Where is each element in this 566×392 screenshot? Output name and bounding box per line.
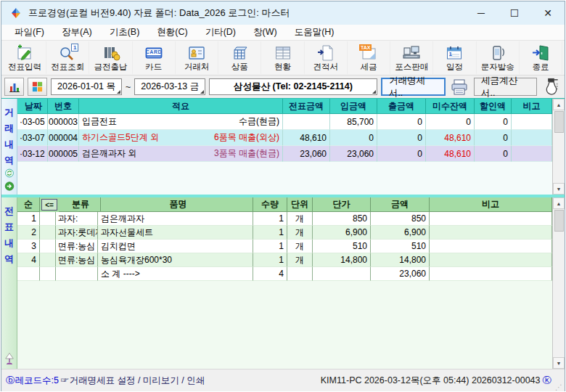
product-icon bbox=[229, 44, 250, 62]
list-item[interactable]: 1 과자: 검은깨과자 1 개 850 850 bbox=[17, 212, 552, 226]
minimize-button[interactable]: ─ bbox=[464, 1, 498, 25]
windows-button[interactable] bbox=[28, 78, 47, 96]
voucher-items-table: 순 <= 분류 품명 수량 단위 단가 금액 비고 1 과자: 검은깨과자 1 … bbox=[17, 197, 552, 369]
col-discount[interactable]: 할인액 bbox=[475, 99, 512, 114]
menu-help[interactable]: 도움말(H) bbox=[286, 26, 343, 38]
toolbar-sms[interactable]: 문자발송 bbox=[477, 41, 520, 74]
col-deposit[interactable]: 입금액 bbox=[330, 99, 377, 114]
cell-category: 면류:농심 bbox=[56, 240, 98, 253]
cell-unit: 개 bbox=[287, 253, 313, 267]
list-item[interactable]: 2 과자:롯데제과 과자선물세트 1 개 6,900 6,900 bbox=[17, 226, 552, 240]
scroll-down-icon[interactable]: ▼ bbox=[553, 183, 565, 195]
scroll-up-icon[interactable]: ▲ bbox=[553, 99, 565, 110]
col-date[interactable]: 날짜 bbox=[17, 99, 48, 114]
cell-seq: 4 bbox=[17, 253, 40, 267]
scroll-thumb[interactable] bbox=[554, 210, 564, 232]
toolbar-label: 금전출납 bbox=[94, 62, 128, 72]
toolbar-product[interactable]: 상품 bbox=[218, 41, 261, 74]
print-button[interactable] bbox=[449, 78, 470, 97]
toolbar-card[interactable]: CARD 카드 bbox=[133, 41, 176, 74]
scroll-down-icon[interactable]: ▼ bbox=[553, 357, 565, 369]
col-withdrawal[interactable]: 출금액 bbox=[377, 99, 426, 114]
menu-file[interactable]: 파일(F) bbox=[6, 26, 53, 38]
cell-withdrawal: 0 bbox=[377, 130, 426, 146]
table-row[interactable]: ·03-12 000005 검은깨과자 외 3품목 매출(현금) 23,060 … bbox=[17, 146, 552, 162]
toolbar-exit[interactable]: 종료 bbox=[520, 41, 562, 74]
collapse-button[interactable]: <= bbox=[41, 199, 57, 211]
menu-ledger[interactable]: 장부(A) bbox=[53, 26, 101, 38]
col-note[interactable]: 비고 bbox=[512, 99, 552, 114]
date-to-field[interactable]: 2026-03-13 금 bbox=[134, 78, 205, 95]
upper-scrollbar[interactable]: ▲ ▼ bbox=[552, 99, 565, 195]
scroll-thumb[interactable] bbox=[554, 111, 564, 133]
toolbar-cashbook[interactable]: 금전출납 bbox=[89, 41, 132, 74]
cell-category: 과자: bbox=[56, 212, 98, 226]
menu-etc[interactable]: 기타(D) bbox=[197, 26, 245, 38]
resize-grip[interactable]: ⋰ bbox=[553, 369, 562, 391]
tab-char: 내 bbox=[4, 136, 14, 152]
col-amount[interactable]: 금액 bbox=[371, 197, 430, 212]
col-unit[interactable]: 단위 bbox=[287, 197, 313, 212]
col-quantity[interactable]: 수량 bbox=[253, 197, 287, 212]
col-voucher-amount[interactable]: 전표금액 bbox=[283, 99, 330, 114]
col-note[interactable]: 비고 bbox=[430, 197, 552, 212]
statement-button[interactable]: 거래명세서.. bbox=[381, 78, 446, 96]
col-category[interactable]: 분류 bbox=[59, 197, 101, 212]
chart-button[interactable] bbox=[4, 78, 24, 96]
col-item-name[interactable]: 품명 bbox=[101, 197, 253, 212]
refresh-icon[interactable] bbox=[3, 168, 16, 178]
subtotal-amount: 23,060 bbox=[371, 267, 430, 281]
col-number[interactable]: 번호 bbox=[48, 99, 79, 114]
date-range-tilde: ~ bbox=[126, 81, 131, 92]
toolbar-label: 현황 bbox=[274, 62, 291, 72]
menu-basic[interactable]: 기초(B) bbox=[101, 26, 149, 38]
toolbar-schedule[interactable]: 1 일정 bbox=[433, 41, 476, 74]
toolbar-pos[interactable]: 포스판매 bbox=[390, 41, 433, 74]
lower-scrollbar[interactable]: ▲ ▼ bbox=[552, 197, 565, 369]
cell-receivable: 0 bbox=[426, 114, 475, 130]
toolbar-voucher-entry[interactable]: 전표입력 bbox=[4, 41, 46, 74]
col-receivable[interactable]: 미수잔액 bbox=[426, 99, 475, 114]
customer-field[interactable]: 삼성물산 (Tel: 02-2145-2114) bbox=[209, 78, 377, 95]
tax-invoice-button[interactable]: 세금계산서.. bbox=[474, 78, 537, 96]
cell-discount: 0 bbox=[475, 130, 512, 146]
table-row[interactable]: ·03-05 000003 입금전표 수금(현금) 85,700 0 0 0 bbox=[17, 114, 552, 130]
statement-hint-links[interactable]: ☞거래명세표 설정 / 미리보기 / 인쇄 bbox=[60, 375, 205, 387]
toolbar-client[interactable]: 거래처 bbox=[176, 41, 218, 74]
list-item[interactable]: 3 면류:농심 김치컵면 1 개 510 510 bbox=[17, 240, 552, 253]
col-unit-price[interactable]: 단가 bbox=[313, 197, 371, 212]
cell-unit: 개 bbox=[287, 240, 313, 253]
list-item[interactable]: 4 면류:농심 농심육개장600*30 1 개 14,800 14,800 bbox=[17, 253, 552, 267]
toolbar-tax[interactable]: TAX 세금 bbox=[348, 41, 390, 74]
menu-status[interactable]: 현황(C) bbox=[148, 26, 196, 38]
toolbar-voucher-search[interactable]: 1 전표조회 bbox=[46, 41, 89, 74]
maximize-button[interactable]: ☐ bbox=[498, 1, 531, 25]
toolbar-quotation[interactable]: 견적서 bbox=[305, 41, 348, 74]
go-icon[interactable] bbox=[3, 181, 16, 191]
toolbar-label: 거래처 bbox=[184, 62, 210, 72]
cell-unit-price bbox=[313, 267, 371, 281]
menu-window[interactable]: 창(W) bbox=[245, 26, 286, 38]
menu-bar: 파일(F) 장부(A) 기초(B) 현황(C) 기타(D) 창(W) 도움말(H… bbox=[1, 25, 565, 41]
spray-bottle-icon bbox=[543, 77, 560, 97]
col-description[interactable]: 적요 bbox=[79, 99, 283, 114]
toolbar-status[interactable]: 현황 bbox=[261, 41, 304, 74]
lamp-icon[interactable] bbox=[3, 352, 16, 365]
window-title: 프로경영(로컬 버전9.40) 자료 폴더: Data_2026 로그인: 마스… bbox=[28, 7, 290, 20]
col-seq[interactable]: 순 bbox=[17, 197, 40, 212]
table-row[interactable]: ·03-07 000004 하기스골드5단계 외 6품목 매출(외상) 48,6… bbox=[17, 130, 552, 146]
printer-icon bbox=[450, 78, 469, 96]
close-button[interactable]: ✕ bbox=[531, 1, 565, 25]
spray-button[interactable] bbox=[541, 78, 562, 97]
date-from-field[interactable]: 2026-01-01 목 bbox=[51, 78, 122, 95]
subtotal-row: 소 계 ----> 4 23,060 bbox=[17, 267, 552, 281]
cell-arrow bbox=[40, 240, 56, 253]
cell-amount: 510 bbox=[371, 240, 430, 253]
title-bar: 프로경영(로컬 버전9.40) 자료 폴더: Data_2026 로그인: 마스… bbox=[1, 1, 565, 25]
voucher-entry-icon bbox=[15, 44, 35, 62]
scroll-up-icon[interactable]: ▲ bbox=[553, 197, 565, 209]
quotation-icon bbox=[316, 44, 336, 62]
cell-deposit: 85,700 bbox=[330, 114, 377, 130]
cashbook-icon bbox=[101, 44, 121, 62]
cell-withdrawal: 0 bbox=[377, 114, 426, 130]
